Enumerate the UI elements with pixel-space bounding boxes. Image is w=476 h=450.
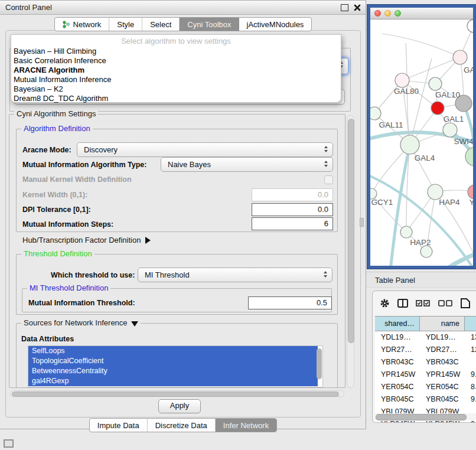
settings-hscroll-thumb[interactable] [12,392,339,397]
mi-type-select[interactable]: Naive Bayes [161,157,333,172]
network-node-gal11[interactable] [370,107,381,120]
table-row[interactable]: YBR043CYBR043C [375,356,476,369]
tab-cyni-toolbox[interactable]: Cyni Toolbox [180,18,239,31]
network-node-gal4[interactable] [400,135,419,154]
algorithm-option[interactable]: Basic Correlation Inference [11,56,341,66]
float-panel-icon[interactable] [341,4,348,11]
table-row[interactable]: YBR045CYBR045C9. [375,393,476,406]
network-graph[interactable]: GALGAL80GAL10GAL1GAL11SWI4GAL4GCY1HAP4YH… [370,19,473,266]
tab-label: Style [117,20,134,29]
network-node-label: GAL10 [435,90,460,99]
algorithm-option[interactable]: Mutual Information Inference [11,75,341,84]
tab-jactivemnodules[interactable]: jActiveMNodules [239,18,312,31]
cyni-settings-title: Cyni Algorithm Settings [14,109,98,118]
table-column-header[interactable]: shared… [375,317,420,331]
table-hscroll-thumb[interactable] [376,414,467,420]
table-cell: YDR27… [375,344,420,356]
data-attribute-item[interactable]: gal4RGexp [28,376,318,386]
settings-vscroll-thumb[interactable] [348,119,354,343]
mi-threshold-input[interactable]: 0.5 [248,296,332,309]
data-attribute-item[interactable]: SelfLoops [28,346,318,356]
which-threshold-label: Which threshold to use: [51,271,135,279]
manual-kernel-label: Manual Kernel Width Definition [22,175,132,184]
data-attribute-item[interactable]: TopologicalCoefficient [28,356,318,366]
tab-select[interactable]: Select [142,18,180,31]
algorithm-option[interactable]: Bayesian – K2 [11,84,341,94]
algorithm-option[interactable]: Bayesian – Hill Climbing [11,47,341,56]
network-canvas[interactable]: GALGAL80GAL10GAL1GAL11SWI4GAL4GCY1HAP4YH… [370,19,473,266]
manual-kernel-checkbox[interactable] [324,175,333,184]
which-threshold-select[interactable]: MI Threshold [138,268,332,282]
network-node[interactable] [467,19,473,32]
table-cell: YBR045C [420,393,465,406]
network-node[interactable] [420,246,432,257]
tab-network[interactable]: Network [55,18,110,31]
sources-title-toggle[interactable]: Sources for Network Inference [21,318,141,327]
tab-discretize-data[interactable]: Discretize Data [148,419,216,432]
close-panel-icon[interactable] [354,4,361,11]
minimize-window-icon[interactable] [384,10,391,17]
tab-label: jActiveMNodules [247,20,304,29]
network-node-gal10[interactable] [429,77,442,90]
close-window-icon[interactable] [374,10,381,17]
table-cell: YBR043C [375,356,420,369]
table-cell: YDL19… [420,331,465,344]
panel-splitter-handle[interactable] [360,218,364,227]
tab-impute-data[interactable]: Impute Data [90,419,148,432]
kernel-width-input[interactable]: 0.0 [252,188,333,201]
network-view-window[interactable]: GALGAL80GAL10GAL1GAL11SWI4GAL4GCY1HAP4YH… [367,5,476,269]
dpi-tolerance-input[interactable]: 0.0 [252,203,333,216]
data-attribute-item[interactable]: BetweennessCentrality [28,366,318,376]
tab-infer-network[interactable]: Infer Network [216,419,276,432]
network-node-gal1[interactable] [431,102,444,115]
tab-style[interactable]: Style [109,18,142,31]
network-node-gal[interactable] [453,50,467,64]
tab-label: Select [150,20,171,29]
network-node-swi4[interactable] [443,123,457,137]
column-layout-icon[interactable] [397,299,408,308]
algorithm-option[interactable]: Dream8 DC_TDC Algorithm [11,94,341,103]
expanded-arrow-icon [131,321,138,327]
table-row[interactable]: YDR27…YDR27…12 [375,344,476,356]
node-table[interactable]: shared…nameA YDL19…YDL19…13YDR27…YDR27…1… [375,316,476,422]
table-cell: YBR045C [375,393,420,406]
table-cell: YDL19… [375,331,420,344]
table-column-header[interactable]: A [465,317,476,331]
table-cell: YBR043C [420,356,465,369]
dpi-tolerance-label: DPI Tolerance [0,1]: [22,206,91,214]
gear-icon[interactable] [380,298,390,308]
settings-horizontal-scrollbar[interactable] [10,390,344,397]
table-cell: 9. [465,369,476,381]
data-attributes-label: Data Attributes [21,335,74,343]
network-edge[interactable] [382,34,460,57]
network-node-gal80[interactable] [395,73,409,87]
algorithm-option[interactable]: ARACNE Algorithm [11,66,341,75]
table-row[interactable]: YDL19…YDL19…13 [375,331,476,344]
network-node-y[interactable] [468,185,473,199]
network-node[interactable] [465,147,473,166]
hub-definition-toggle[interactable]: Hub/Transcription Factor Definition [22,236,151,244]
apply-button[interactable]: Apply [158,399,201,413]
kernel-width-label: Kernel Width (0,1): [22,191,87,199]
deselect-all-checkboxes-icon[interactable] [438,300,453,306]
docked-panel-icon[interactable] [4,439,14,448]
data-attributes-list[interactable]: SelfLoopsTopologicalCoefficientBetweenne… [28,345,323,387]
table-row[interactable]: YER054CYER054C8. [375,381,476,393]
aracne-mode-select[interactable]: Discovery [77,142,333,157]
table-row[interactable]: YPR145WYPR145W9. [375,369,476,381]
mi-steps-input[interactable]: 6 [252,217,333,230]
document-icon[interactable] [461,298,470,308]
settings-vertical-scrollbar[interactable] [347,115,354,388]
network-node-label: GAL [464,66,473,74]
aracne-mode-value: Discovery [84,145,118,154]
tab-label: Cyni Toolbox [187,20,231,29]
table-horizontal-scrollbar[interactable] [374,413,476,420]
zoom-window-icon[interactable] [395,10,401,17]
table-column-header[interactable]: name [420,317,465,331]
tab-label: Impute Data [97,421,139,430]
select-all-checkboxes-icon[interactable] [416,300,431,306]
table-cell: 12 [465,344,476,356]
control-panel-tabbar: NetworkStyleSelectCyni ToolboxjActiveMNo… [54,17,312,31]
network-node-hap2[interactable] [400,226,412,238]
attributes-scrollbar-thumb[interactable] [317,348,322,379]
